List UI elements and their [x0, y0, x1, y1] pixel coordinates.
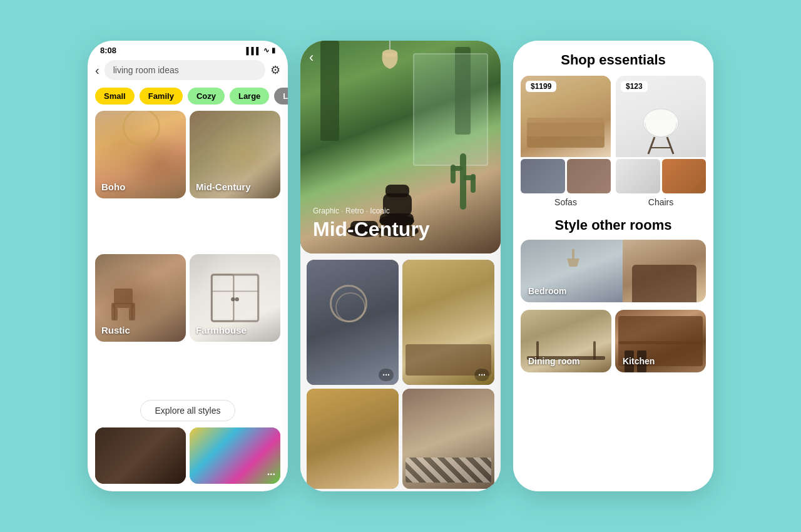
shop-chairs-label: Chairs [616, 193, 706, 210]
shop-sofas-label: Sofas [521, 193, 611, 210]
battery-icon: ▮ [272, 46, 275, 54]
svg-rect-15 [471, 174, 476, 193]
style-label-rustic: Rustic [101, 325, 130, 335]
svg-rect-22 [385, 185, 409, 197]
hero-subtitle: Graphic · Retro · Iconic [313, 207, 430, 215]
svg-rect-7 [212, 275, 233, 321]
bedroom-label: Bedroom [528, 286, 566, 296]
screen-shop: Shop essentials $1199 Sofas [513, 41, 713, 491]
svg-rect-4 [111, 303, 115, 320]
screen-midcentury: ‹ Graphic · Retro · Iconic Mid-Century ·… [300, 41, 501, 491]
phone-screen-3: Shop essentials $1199 Sofas [513, 41, 713, 491]
hero-content: Graphic · Retro · Iconic Mid-Century [313, 207, 430, 241]
bottom-photo-row: ··· [88, 427, 288, 491]
hero-title: Mid-Century [313, 218, 430, 241]
svg-rect-5 [131, 303, 135, 320]
status-icons: ▌▌▌ ∿ ▮ [247, 46, 275, 54]
svg-line-28 [648, 137, 655, 154]
svg-point-8 [231, 297, 235, 301]
masonry-item-3[interactable] [307, 389, 399, 489]
masonry-item-4[interactable] [402, 389, 494, 489]
svg-point-9 [235, 297, 239, 301]
chip-family[interactable]: Family [140, 88, 183, 105]
shop-chair-image: $123 [616, 76, 706, 157]
shop-card-sofas[interactable]: $1199 Sofas [521, 76, 611, 210]
room-card-kitchen[interactable]: Kitchen [615, 310, 706, 372]
explore-all-button[interactable]: Explore all styles [140, 400, 235, 421]
bedroom-card-container: Bedroom [513, 240, 713, 306]
filter-chips: Small Family Cozy Large Layo... [88, 85, 288, 111]
status-bar: 8:08 ▌▌▌ ∿ ▮ [88, 41, 288, 58]
hero-card: ‹ Graphic · Retro · Iconic Mid-Century [300, 41, 501, 253]
svg-rect-0 [114, 289, 133, 304]
bottom-photo-2[interactable]: ··· [190, 427, 280, 484]
chip-large[interactable]: Large [230, 88, 269, 105]
explore-btn-row: Explore all styles [88, 394, 288, 427]
shop-sofa-image: $1199 [521, 76, 611, 157]
chip-cozy[interactable]: Cozy [188, 88, 225, 105]
shop-grid: $1199 Sofas [513, 76, 713, 210]
room-card-bedroom[interactable]: Bedroom [521, 240, 706, 302]
style-card-farmhouse[interactable]: Farmhouse [190, 254, 280, 342]
chip-small[interactable]: Small [95, 88, 135, 105]
screen-browse: 8:08 ▌▌▌ ∿ ▮ ‹ living room ideas ⚙ Small… [88, 41, 288, 491]
masonry-dots-1[interactable]: ··· [379, 369, 394, 381]
phone-screen-2: ‹ Graphic · Retro · Iconic Mid-Century ·… [300, 41, 501, 491]
shop-essentials-title: Shop essentials [513, 41, 713, 76]
svg-rect-6 [212, 275, 258, 321]
dining-label: Dining room [528, 356, 579, 366]
shop-chairs-thumbs [616, 157, 706, 193]
more-dots-icon[interactable]: ··· [267, 469, 275, 480]
masonry-item-2[interactable]: ··· [402, 260, 494, 385]
filter-icon[interactable]: ⚙ [270, 63, 280, 77]
svg-rect-11 [460, 153, 466, 210]
search-input[interactable]: living room ideas [105, 60, 265, 80]
chip-layout[interactable]: Layo... [274, 88, 288, 105]
style-rooms-title: Style other rooms [513, 210, 713, 240]
chair-thumb-2 [662, 159, 707, 193]
style-card-boho[interactable]: Boho [95, 111, 186, 198]
price-sofas: $1199 [526, 81, 556, 92]
svg-rect-14 [451, 165, 456, 183]
shop-sofas-thumbs [521, 157, 611, 193]
masonry-dots-2[interactable]: ··· [474, 369, 489, 381]
style-card-midcentury[interactable]: Mid-Century [190, 111, 280, 198]
kitchen-label: Kitchen [623, 356, 655, 366]
bottom-photo-1[interactable] [95, 427, 186, 484]
style-label-midcentury: Mid-Century [196, 182, 251, 192]
svg-rect-1 [113, 303, 134, 308]
masonry-grid: ··· ··· [300, 253, 501, 491]
svg-rect-31 [572, 249, 574, 258]
style-grid: Boho Mid-Century [88, 111, 288, 394]
shop-card-chairs[interactable]: $123 Chairs [616, 76, 706, 210]
wifi-icon: ∿ [263, 46, 269, 54]
chair-thumb-1 [616, 159, 660, 193]
phone-screen-1: 8:08 ▌▌▌ ∿ ▮ ‹ living room ideas ⚙ Small… [88, 41, 288, 491]
rooms-grid-small: Dining room Kitchen [513, 306, 713, 380]
price-chairs: $123 [621, 81, 648, 92]
svg-line-29 [667, 137, 673, 154]
signal-icon: ▌▌▌ [247, 47, 261, 54]
style-label-farmhouse: Farmhouse [196, 325, 247, 335]
time: 8:08 [100, 46, 116, 55]
masonry-item-1[interactable]: ··· [307, 260, 399, 385]
style-card-rustic[interactable]: Rustic [95, 254, 186, 342]
hero-back-button[interactable]: ‹ [309, 49, 314, 66]
room-card-dining[interactable]: Dining room [521, 310, 611, 372]
style-label-boho: Boho [101, 182, 125, 192]
search-bar-row: ‹ living room ideas ⚙ [88, 58, 288, 85]
back-button[interactable]: ‹ [95, 63, 99, 78]
sofa-thumb-2 [567, 159, 611, 193]
sofa-thumb-1 [521, 159, 565, 193]
